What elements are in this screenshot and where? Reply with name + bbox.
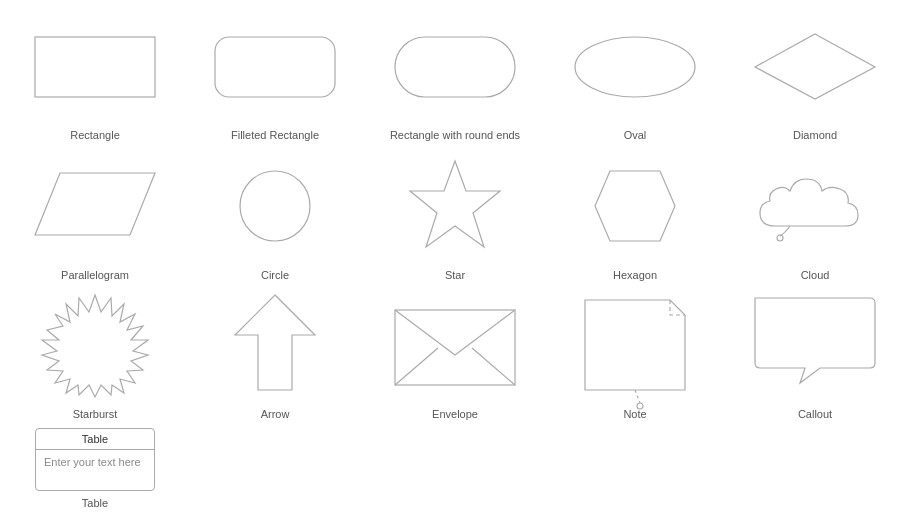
shape-cell-starburst[interactable]: Starburst: [5, 289, 185, 428]
shape-wrapper-oval: [545, 10, 725, 123]
table-shape: Table Enter your text here: [35, 428, 155, 491]
svg-line-15: [635, 390, 640, 403]
shape-label-rectangle-round-ends: Rectangle with round ends: [390, 129, 520, 141]
shape-wrapper-note: [545, 289, 725, 402]
svg-point-6: [240, 171, 310, 241]
shape-wrapper-cloud: [725, 149, 905, 262]
shape-label-callout: Callout: [798, 408, 832, 420]
svg-rect-0: [35, 37, 155, 97]
shape-cell-arrow[interactable]: Arrow: [185, 289, 365, 428]
shape-label-parallelogram: Parallelogram: [61, 269, 129, 281]
shape-wrapper-hexagon: [545, 149, 725, 262]
shape-label-star: Star: [445, 269, 465, 281]
shape-cell-envelope[interactable]: Envelope: [365, 289, 545, 428]
svg-line-13: [395, 348, 438, 385]
shape-wrapper-circle: [185, 149, 365, 262]
shape-wrapper-starburst: [5, 289, 185, 402]
shape-cell-rectangle[interactable]: Rectangle: [5, 10, 185, 149]
shape-wrapper-star: [365, 149, 545, 262]
svg-rect-1: [215, 37, 335, 97]
shape-wrapper-filleted-rectangle: [185, 10, 365, 123]
shape-label-starburst: Starburst: [73, 408, 118, 420]
shape-cell-circle[interactable]: Circle: [185, 149, 365, 288]
shape-cell-hexagon[interactable]: Hexagon: [545, 149, 725, 288]
table-body: Enter your text here: [36, 450, 154, 490]
shape-wrapper-callout: [725, 289, 905, 402]
svg-line-14: [472, 348, 515, 385]
shape-wrapper-arrow: [185, 289, 365, 402]
shape-wrapper-rectangle-round-ends: [365, 10, 545, 123]
shape-wrapper-rectangle: [5, 10, 185, 123]
shape-wrapper-table: Table Enter your text here: [5, 428, 185, 491]
shape-label-circle: Circle: [261, 269, 289, 281]
shape-cell-parallelogram[interactable]: Parallelogram: [5, 149, 185, 288]
svg-rect-2: [395, 37, 515, 97]
shape-label-filleted-rectangle: Filleted Rectangle: [231, 129, 319, 141]
shape-cell-rectangle-round-ends[interactable]: Rectangle with round ends: [365, 10, 545, 149]
shape-wrapper-envelope: [365, 289, 545, 402]
svg-marker-11: [235, 295, 315, 390]
shape-label-arrow: Arrow: [261, 408, 290, 420]
svg-marker-4: [755, 34, 875, 99]
shape-label-note: Note: [623, 408, 646, 420]
shape-cell-note[interactable]: Note: [545, 289, 725, 428]
shape-cell-diamond[interactable]: Diamond: [725, 10, 905, 149]
shape-label-diamond: Diamond: [793, 129, 837, 141]
table-header: Table: [36, 429, 154, 450]
svg-marker-8: [595, 171, 675, 241]
shape-label-hexagon: Hexagon: [613, 269, 657, 281]
shapes-grid: Rectangle Filleted Rectangle Rectangle w…: [0, 0, 910, 527]
svg-marker-10: [42, 295, 148, 397]
shape-cell-star[interactable]: Star: [365, 149, 545, 288]
shape-label-cloud: Cloud: [801, 269, 830, 281]
shape-label-oval: Oval: [624, 129, 647, 141]
svg-marker-7: [410, 161, 500, 247]
shape-label-table: Table: [82, 497, 108, 509]
svg-rect-12: [395, 310, 515, 385]
shape-wrapper-parallelogram: [5, 149, 185, 262]
shape-cell-callout[interactable]: Callout: [725, 289, 905, 428]
shape-label-envelope: Envelope: [432, 408, 478, 420]
svg-marker-5: [35, 173, 155, 235]
shape-wrapper-diamond: [725, 10, 905, 123]
shape-cell-cloud[interactable]: Cloud: [725, 149, 905, 288]
shape-cell-filleted-rectangle[interactable]: Filleted Rectangle: [185, 10, 365, 149]
shape-label-rectangle: Rectangle: [70, 129, 120, 141]
svg-point-3: [575, 37, 695, 97]
shape-cell-table[interactable]: Table Enter your text here Table: [5, 428, 185, 517]
shape-cell-oval[interactable]: Oval: [545, 10, 725, 149]
